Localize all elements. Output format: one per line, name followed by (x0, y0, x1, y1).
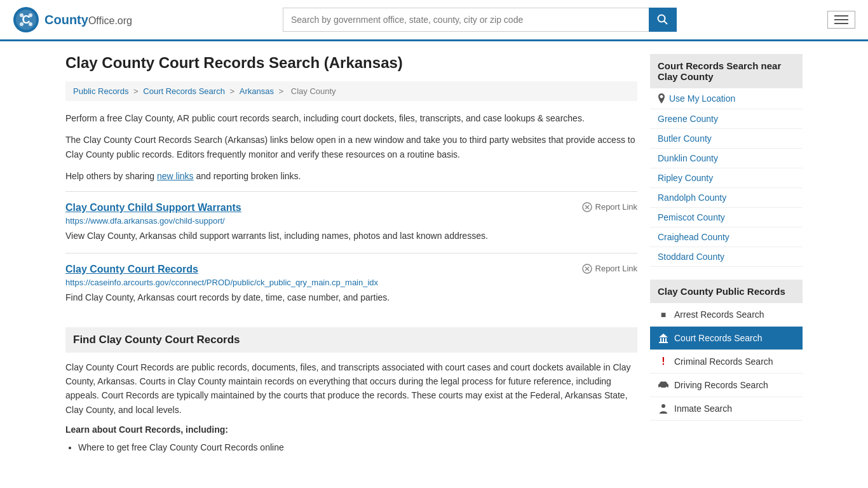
search-input[interactable] (283, 8, 649, 32)
svg-point-23 (661, 404, 665, 408)
sidebar-greene-county[interactable]: Greene County (650, 109, 803, 129)
svg-rect-18 (665, 338, 667, 342)
report-icon-1 (582, 264, 592, 274)
search-bar (283, 8, 677, 32)
criminal-records-icon: ! (658, 356, 669, 367)
arrest-records-icon: ■ (658, 309, 669, 320)
record-desc-0: View Clay County, Arkansas child support… (65, 229, 637, 243)
sidebar-craighead-county[interactable]: Craighead County (650, 227, 803, 247)
sidebar-randolph-county[interactable]: Randolph County (650, 188, 803, 208)
court-records-label: Court Records Search (674, 333, 763, 343)
court-building-icon (658, 333, 668, 343)
sidebar-stoddard-county[interactable]: Stoddard County (650, 247, 803, 267)
menu-line (834, 23, 848, 24)
record-desc-1: Find Clay County, Arkansas court records… (65, 291, 637, 304)
driving-records-icon (658, 379, 669, 391)
svg-line-8 (664, 21, 667, 24)
car-icon (658, 381, 669, 389)
desc3-post: and reporting broken links. (194, 171, 301, 181)
record-title-0[interactable]: Clay County Child Support Warrants (65, 202, 241, 214)
breadcrumb-sep: > (279, 86, 286, 96)
sidebar-nearby-title: Court Records Search near Clay County (650, 54, 803, 88)
use-my-location[interactable]: Use My Location (650, 88, 803, 109)
description-3: Help others by sharing new links and rep… (65, 169, 637, 183)
breadcrumb: Public Records > Court Records Search > … (65, 81, 637, 101)
menu-line (834, 19, 848, 20)
logo[interactable]: C CountyOffice.org (13, 6, 132, 33)
search-button[interactable] (649, 8, 677, 32)
record-card-0: Clay County Child Support Warrants Repor… (65, 191, 637, 253)
breadcrumb-sep: > (133, 86, 140, 96)
search-icon (657, 14, 668, 25)
breadcrumb-court-records-search[interactable]: Court Records Search (143, 86, 225, 96)
svg-point-21 (660, 387, 661, 389)
learn-heading: Learn about Court Records, including: (65, 424, 637, 435)
record-card-header-0: Clay County Child Support Warrants Repor… (65, 202, 637, 214)
svg-point-7 (658, 15, 665, 22)
breadcrumb-arkansas[interactable]: Arkansas (240, 86, 274, 96)
sidebar-court-records[interactable]: Court Records Search (650, 327, 803, 350)
main-container: Clay County Court Records Search (Arkans… (53, 41, 815, 468)
svg-point-5 (20, 22, 24, 26)
site-header: C CountyOffice.org (0, 0, 868, 41)
page-title: Clay County Court Records Search (Arkans… (65, 54, 637, 72)
learn-bullets: Where to get free Clay County Court Reco… (65, 440, 637, 456)
report-link-1[interactable]: Report Link (582, 264, 637, 274)
find-body-text: Clay County Court Records are public rec… (65, 360, 637, 417)
sidebar-criminal-records[interactable]: ! Criminal Records Search (650, 350, 803, 374)
svg-point-6 (29, 22, 32, 26)
inmate-search-icon (658, 403, 669, 414)
logo-icon: C (13, 6, 39, 33)
record-title-1[interactable]: Clay County Court Records (65, 264, 198, 275)
svg-point-4 (29, 13, 32, 17)
inmate-search-label: Inmate Search (674, 403, 732, 414)
person-icon (659, 403, 668, 414)
sidebar-inmate-search[interactable]: Inmate Search (650, 397, 803, 421)
report-link-0[interactable]: Report Link (582, 202, 637, 212)
svg-point-3 (20, 13, 24, 17)
driving-records-label: Driving Records Search (674, 380, 768, 390)
description-2: The Clay County Court Records Search (Ar… (65, 133, 637, 161)
desc3-pre: Help others by sharing (65, 171, 157, 181)
svg-point-22 (666, 387, 668, 389)
svg-marker-19 (659, 334, 668, 337)
menu-line (834, 15, 848, 17)
menu-button[interactable] (827, 11, 855, 29)
bullet-item-0: Where to get free Clay County Court Reco… (78, 440, 637, 456)
report-icon-0 (582, 202, 592, 212)
sidebar-dunklin-county[interactable]: Dunklin County (650, 149, 803, 168)
record-card-1: Clay County Court Records Report Link ht… (65, 253, 637, 315)
record-card-header-1: Clay County Court Records Report Link (65, 264, 637, 275)
sidebar-nearby-section: Court Records Search near Clay County Us… (650, 54, 803, 267)
sidebar: Court Records Search near Clay County Us… (650, 54, 803, 456)
sidebar-public-records-title: Clay County Public Records (650, 280, 803, 303)
new-links-link[interactable]: new links (157, 171, 194, 181)
criminal-records-label: Criminal Records Search (674, 356, 773, 367)
sidebar-public-records-section: Clay County Public Records ■ Arrest Reco… (650, 280, 803, 421)
record-url-0[interactable]: https://www.dfa.arkansas.gov/child-suppo… (65, 216, 637, 226)
breadcrumb-public-records[interactable]: Public Records (73, 86, 128, 96)
report-text-0: Report Link (595, 202, 637, 212)
svg-rect-16 (660, 338, 661, 342)
breadcrumb-sep: > (230, 86, 237, 96)
sidebar-butler-county[interactable]: Butler County (650, 129, 803, 149)
svg-rect-15 (659, 342, 668, 343)
description-1: Perform a free Clay County, AR public co… (65, 111, 637, 125)
logo-text: CountyOffice.org (44, 13, 132, 27)
breadcrumb-clay-county: Clay County (291, 86, 336, 96)
sidebar-driving-records[interactable]: Driving Records Search (650, 374, 803, 397)
find-section-heading: Find Clay County Court Records (65, 327, 637, 353)
record-url-1[interactable]: https://caseinfo.arcourts.gov/cconnect/P… (65, 278, 637, 287)
report-text-1: Report Link (595, 264, 637, 273)
sidebar-arrest-records[interactable]: ■ Arrest Records Search (650, 303, 803, 327)
use-my-location-label: Use My Location (669, 93, 735, 104)
svg-rect-17 (663, 338, 664, 342)
content-area: Clay County Court Records Search (Arkans… (65, 54, 637, 456)
court-records-icon (658, 332, 669, 344)
sidebar-ripley-county[interactable]: Ripley County (650, 168, 803, 188)
sidebar-pemiscot-county[interactable]: Pemiscot County (650, 208, 803, 227)
location-pin-icon (658, 93, 665, 104)
arrest-records-label: Arrest Records Search (674, 309, 764, 320)
